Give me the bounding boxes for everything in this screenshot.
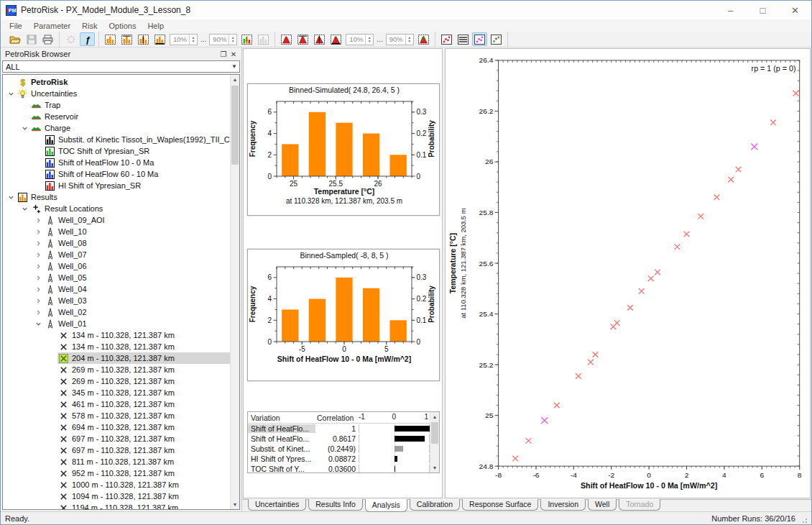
tree-item-697-m-110-328-121-387-km[interactable]: 697 m - 110.328, 121.387 km	[3, 433, 230, 444]
tree-item-well-04[interactable]: Well_04	[3, 283, 230, 295]
scroll-up-icon[interactable]: ▲	[231, 75, 239, 84]
curve-multi-button[interactable]	[416, 32, 431, 46]
percent-spinbox[interactable]: 10%▲▼	[346, 34, 374, 45]
tree-item-well-10[interactable]: Well_10	[3, 226, 230, 237]
hist-orange-button[interactable]	[103, 32, 118, 46]
tree-item-well-08[interactable]: Well_08	[3, 237, 230, 249]
function-button[interactable]: ƒ	[80, 32, 95, 46]
tree-item-345-m-110-328-121-387-km[interactable]: 345 m - 110.328, 121.387 km	[3, 387, 230, 398]
browser-filter-dropdown[interactable]: ALL ▼	[2, 60, 240, 73]
tree-item-toc-shift-of-ypresian-sr[interactable]: TOC Shift of Ypresian_SR	[3, 145, 230, 157]
curve-red-button[interactable]	[279, 32, 294, 46]
tree-item-hi-shift-of-ypresian-sr[interactable]: HI Shift of Ypresian_SR	[3, 180, 230, 191]
tab-well[interactable]: Well	[588, 499, 617, 511]
tree-item-well-05[interactable]: Well_05	[3, 272, 230, 283]
hist-orange-range-button[interactable]	[136, 32, 151, 46]
menu-risk[interactable]: Risk	[76, 22, 103, 30]
tree-item-substit-of-kinetic-tissot-in-waples-1992[interactable]: Substit. of Kinetic Tissot_in_Waples(199…	[3, 134, 230, 145]
tree-item-well-07[interactable]: Well_07	[3, 249, 230, 260]
tree-item-well-06[interactable]: Well_06	[3, 260, 230, 272]
minimize-button[interactable]: –	[714, 1, 747, 19]
tree-item-134-m-110-328-121-387-km[interactable]: 134 m - 110.328, 121.387 km	[3, 329, 230, 341]
scrollbar-thumb[interactable]	[231, 86, 239, 165]
corr-col-variation[interactable]: Variation	[248, 414, 315, 422]
menu-parameter[interactable]: Parameter	[28, 22, 76, 30]
spinbox-arrows-icon[interactable]: ▲▼	[365, 35, 373, 45]
tree-item-697-m-110-328-121-387-km[interactable]: 697 m - 110.328, 121.387 km	[3, 444, 230, 456]
curve-red-range-button[interactable]	[312, 32, 327, 46]
hist-multi-button[interactable]	[239, 32, 254, 46]
scrollbar-thumb[interactable]	[431, 422, 438, 444]
tree-item-petrorisk[interactable]: $PetroRisk	[3, 76, 230, 88]
tree-item-well-03[interactable]: Well_03	[3, 295, 230, 306]
tree-item-reservoir[interactable]: Reservoir	[3, 111, 230, 122]
table-lines-button[interactable]	[456, 32, 471, 46]
correlation-row[interactable]: Substit. of Kinet...(0.2449)	[248, 444, 430, 454]
corr-col-correlation[interactable]: Correlation	[315, 414, 359, 422]
tree-scrollbar[interactable]: ▲ ▼	[230, 75, 239, 509]
spinbox-arrows-icon[interactable]: ▲▼	[189, 35, 197, 45]
tree-item-shift-of-heatflow-60-10-ma[interactable]: Shift of HeatFlow 60 - 10 Ma	[3, 168, 230, 180]
tree-item-result-locations[interactable]: Result Locations	[3, 203, 230, 214]
scroll-up-icon[interactable]: ▲	[430, 412, 439, 421]
tree-item-charge[interactable]: Charge	[3, 122, 230, 134]
open-folder-button[interactable]	[7, 32, 22, 46]
tree-item-461-m-110-328-121-387-km[interactable]: 461 m - 110.328, 121.387 km	[3, 398, 230, 410]
refresh-button[interactable]	[63, 32, 78, 46]
tree-item-well-02[interactable]: Well_02	[3, 306, 230, 318]
tree-item-578-m-110-328-121-387-km[interactable]: 578 m - 110.328, 121.387 km	[3, 410, 230, 421]
correlation-row[interactable]: TOC Shift of Y...0.03600	[248, 464, 430, 472]
percent-spinbox[interactable]: 90%▲▼	[209, 34, 237, 45]
curve-red-span-button[interactable]	[328, 32, 343, 46]
tree-item-134-m-110-328-121-387-km[interactable]: 134 m - 110.328, 121.387 km	[3, 341, 230, 352]
tree-item-811-m-110-328-121-387-km[interactable]: 811 m - 110.328, 121.387 km	[3, 456, 230, 467]
tab-response-surface[interactable]: Response Surface	[462, 499, 538, 511]
hist-orange-span-button[interactable]	[152, 32, 167, 46]
tree-item-uncertainties[interactable]: Uncertainties	[3, 88, 230, 99]
crossplot-red-button[interactable]	[439, 32, 454, 46]
tree-item-trap[interactable]: Trap	[3, 99, 230, 111]
tree-item-1000-m-110-328-121-387-km[interactable]: 1000 m - 110.328, 121.387 km	[3, 479, 230, 490]
tree-item-204-m-110-328-121-387-km[interactable]: 204 m - 110.328, 121.387 km	[3, 352, 230, 364]
correlation-scrollbar[interactable]: ▲ ▼	[430, 412, 439, 472]
spinbox-arrows-icon[interactable]: ▲▼	[229, 35, 236, 45]
resize-grip-icon[interactable]	[800, 516, 808, 524]
tree-item-694-m-110-328-121-387-km[interactable]: 694 m - 110.328, 121.387 km	[3, 421, 230, 433]
tab-uncertainties[interactable]: Uncertainties	[248, 499, 306, 511]
tab-calibration[interactable]: Calibration	[410, 499, 460, 511]
percent-spinbox[interactable]: 90%▲▼	[386, 34, 414, 45]
tab-inversion[interactable]: Inversion	[540, 499, 586, 511]
tab-analysis[interactable]: Analysis	[365, 499, 407, 512]
menu-file[interactable]: File	[4, 22, 28, 30]
menu-help[interactable]: Help	[142, 22, 170, 30]
correlation-row[interactable]: HI Shift of Ypres...0.08872	[248, 454, 430, 464]
tree-item-269-m-110-328-121-387-km[interactable]: 269 m - 110.328, 121.387 km	[3, 364, 230, 375]
menu-options[interactable]: Options	[103, 22, 142, 30]
print-button[interactable]	[40, 32, 55, 46]
close-panel-icon[interactable]: ✕	[229, 49, 239, 59]
tree-item-well-01[interactable]: Well_01	[3, 318, 230, 329]
spinbox-arrows-icon[interactable]: ▲▼	[405, 35, 413, 45]
maximize-button[interactable]: □	[747, 1, 779, 19]
curve-red-fit-button[interactable]	[295, 32, 310, 46]
float-panel-icon[interactable]: ❐	[218, 49, 229, 59]
crossplot-magenta-button[interactable]	[472, 32, 487, 46]
tree-item-results[interactable]: Results	[3, 191, 230, 203]
tab-results-info[interactable]: Results Info	[308, 499, 362, 511]
hist-gray-button[interactable]	[256, 32, 271, 46]
tree-item-shift-of-heatflow-10-0-ma[interactable]: Shift of HeatFlow 10 - 0 Ma	[3, 157, 230, 168]
crossplot-green-button[interactable]	[489, 32, 504, 46]
close-button[interactable]: ✕	[779, 1, 811, 19]
correlation-row[interactable]: Shift of HeatFlo...1	[248, 424, 430, 434]
scroll-down-icon[interactable]: ▼	[430, 463, 439, 472]
correlation-row[interactable]: Shift of HeatFlo...0.8617	[248, 434, 430, 444]
scroll-down-icon[interactable]: ▼	[231, 500, 239, 509]
tree-item-1194-m-110-328-121-387-km[interactable]: 1194 m - 110.328, 121.387 km	[3, 502, 230, 509]
tree-item-952-m-110-328-121-387-km[interactable]: 952 m - 110.328, 121.387 km	[3, 467, 230, 479]
percent-spinbox[interactable]: 10%▲▼	[170, 34, 198, 45]
tree-item-1094-m-110-328-121-387-km[interactable]: 1094 m - 110.328, 121.387 km	[3, 490, 230, 502]
tree-item-well-09-aoi[interactable]: Well_09_AOI	[3, 214, 230, 226]
save-button[interactable]	[24, 32, 39, 46]
hist-orange-fit-button[interactable]	[119, 32, 134, 46]
tree-item-269-m-110-328-121-387-km[interactable]: 269 m - 110.328, 121.387 km	[3, 375, 230, 387]
